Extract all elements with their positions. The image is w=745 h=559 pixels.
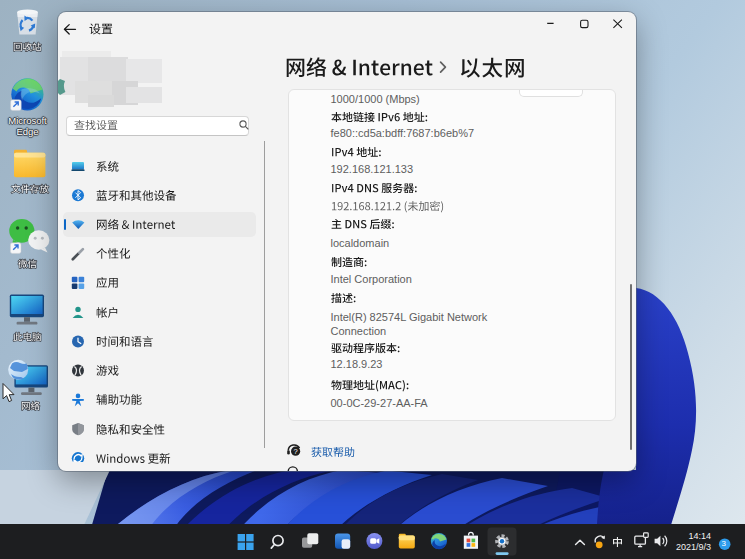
svg-text:?: ? (294, 447, 298, 456)
